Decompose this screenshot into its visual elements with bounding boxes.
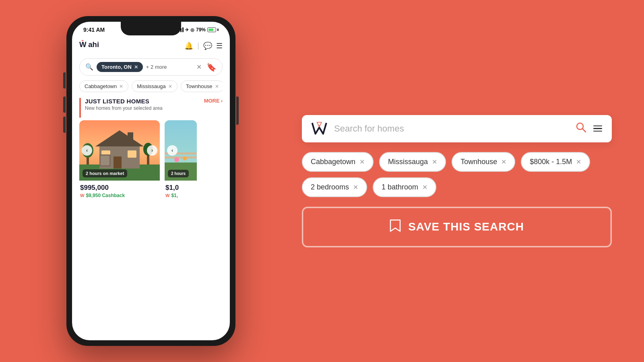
bell-icon[interactable]: 🔔: [184, 41, 193, 50]
section-subtitle: New homes from your selected area: [85, 105, 163, 111]
web-tag-bedrooms[interactable]: 2 bedrooms ✕: [302, 177, 367, 197]
remove-web-mississauga[interactable]: ✕: [432, 158, 437, 166]
svg-rect-13: [147, 154, 149, 165]
web-tag-cabbagetown[interactable]: Cabbagetown ✕: [302, 152, 374, 172]
wahi-logo-big: [312, 121, 328, 136]
svg-line-28: [582, 129, 586, 132]
remove-townhouse[interactable]: ✕: [215, 84, 219, 89]
menu-icon[interactable]: ☰: [216, 41, 223, 50]
status-icons: ✈ ◎ 79%: [176, 27, 219, 33]
save-bookmark-icon: [390, 219, 401, 235]
right-panel: Search for homes Cabbagetown ✕ Mississau…: [302, 115, 612, 247]
save-search-button[interactable]: SAVE THIS SEARCH: [302, 207, 612, 247]
more-link[interactable]: MORE ›: [204, 98, 223, 104]
save-button-label: SAVE THIS SEARCH: [408, 220, 524, 233]
search-icon: 🔍: [85, 63, 93, 71]
remove-cabbagetown[interactable]: ✕: [119, 84, 123, 89]
phone-screen: 9:41 AM ✈ ◎ 79%: [72, 22, 230, 340]
app-header: W ahi 🔔 | 💬 ☰: [79, 35, 223, 58]
battery-icon: [207, 27, 219, 32]
phone-frame: 9:41 AM ✈ ◎ 79%: [66, 16, 235, 346]
chat-icon[interactable]: 💬: [203, 41, 212, 50]
section-title: JUST LISTED HOMES: [85, 98, 163, 105]
web-search-icon[interactable]: [576, 122, 587, 136]
location-icon: ✈: [185, 27, 189, 33]
card-price-1: $995,000: [80, 184, 159, 192]
phone-filter-chips: Cabbagetown ✕ Mississauga ✕ Townhouse ✕: [79, 80, 223, 92]
svg-rect-7: [128, 132, 133, 144]
header-icons: 🔔 | 💬 ☰: [184, 41, 223, 50]
web-tag-townhouse[interactable]: Townhouse ✕: [452, 152, 515, 172]
web-tag-bathroom[interactable]: 1 bathroom ✕: [373, 177, 436, 197]
bookmark-icon[interactable]: 🔖: [206, 62, 217, 72]
svg-rect-8: [114, 156, 122, 169]
property-card-1[interactable]: 2 hours on market ‹ › $995,000 W $9,950 …: [79, 120, 160, 198]
remove-web-bathroom[interactable]: ✕: [422, 183, 427, 191]
phone-notch: [121, 22, 181, 35]
phone-mockup: 9:41 AM ✈ ◎ 79%: [32, 16, 270, 346]
battery-percent: 79%: [196, 27, 206, 33]
phone-content: W ahi 🔔 | 💬 ☰ 🔍: [72, 35, 230, 198]
just-listed-header: JUST LISTED HOMES New homes from your se…: [79, 98, 223, 118]
svg-point-21: [174, 157, 179, 162]
status-time: 9:41 AM: [83, 27, 105, 33]
hamburger-menu-icon[interactable]: [593, 125, 602, 132]
section-accent-bar: [79, 98, 81, 118]
chevron-right-icon: ›: [221, 98, 223, 104]
web-tag-mississauga[interactable]: Mississauga ✕: [379, 152, 446, 172]
eye-icon: ◎: [190, 27, 194, 33]
remove-web-cabbagetown[interactable]: ✕: [359, 158, 365, 166]
time-on-market-1: 2 hours on market: [83, 169, 127, 177]
filter-chip-cabbagetown[interactable]: Cabbagetown ✕: [79, 80, 128, 92]
card-next-1[interactable]: ›: [147, 145, 157, 156]
remove-web-bedrooms[interactable]: ✕: [353, 183, 358, 191]
svg-rect-10: [128, 150, 136, 158]
svg-text:W: W: [79, 40, 87, 49]
card-cashback-2: W $1,: [165, 193, 196, 198]
filter-chip-mississauga[interactable]: Mississauga ✕: [132, 80, 178, 92]
property-cards-row: 2 hours on market ‹ › $995,000 W $9,950 …: [79, 120, 223, 198]
more-filters-label[interactable]: + 2 more: [146, 64, 193, 70]
svg-rect-19: [165, 156, 197, 158]
card-prev-2[interactable]: ‹: [167, 145, 178, 156]
filter-chip-townhouse[interactable]: Townhouse ✕: [181, 80, 223, 92]
phone-search-bar[interactable]: 🔍 Toronto, ON ✕ + 2 more ✕ 🔖: [79, 58, 223, 76]
property-image-1: 2 hours on market ‹ ›: [79, 120, 160, 181]
web-search-box[interactable]: Search for homes: [302, 115, 612, 142]
svg-rect-26: [318, 125, 320, 126]
web-search-input[interactable]: Search for homes: [334, 123, 569, 134]
card-prev-1[interactable]: ‹: [82, 145, 92, 156]
remove-web-townhouse[interactable]: ✕: [501, 158, 506, 166]
app-logo: W ahi: [79, 38, 107, 53]
card-cashback-1: W $9,950 Cashback: [80, 193, 159, 198]
svg-rect-16: [101, 156, 109, 165]
card-price-2: $1,0: [165, 184, 196, 192]
web-tag-price[interactable]: $800k - 1.5M ✕: [521, 152, 590, 172]
property-card-2[interactable]: 2 hours ‹ $1,0 W $1,: [165, 120, 197, 198]
clear-search-icon[interactable]: ✕: [196, 63, 202, 71]
web-filter-tags: Cabbagetown ✕ Mississauga ✕ Townhouse ✕ …: [302, 152, 612, 197]
remove-web-price[interactable]: ✕: [576, 158, 581, 166]
remove-mississauga[interactable]: ✕: [168, 84, 172, 89]
time-on-market-2: 2 hours: [168, 170, 189, 177]
svg-text:ahi: ahi: [88, 40, 99, 49]
property-image-2: 2 hours ‹: [165, 120, 197, 181]
location-chip[interactable]: Toronto, ON ✕: [97, 62, 143, 72]
svg-point-22: [183, 156, 187, 160]
location-chip-remove[interactable]: ✕: [134, 64, 138, 70]
